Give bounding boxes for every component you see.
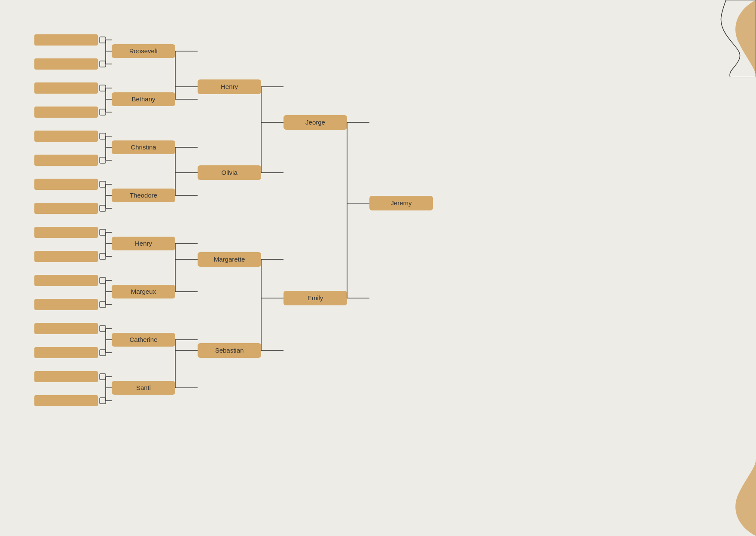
r4-label-emily: Emily bbox=[308, 294, 323, 302]
r5-label-jeremy: Jeremy bbox=[390, 199, 412, 207]
r2-label-santi: Santi bbox=[136, 384, 151, 391]
r2-label-theodore: Theodore bbox=[130, 192, 157, 199]
r3-label-sebastian: Sebastian bbox=[215, 347, 244, 354]
r1-box-8 bbox=[34, 203, 98, 214]
r1-box-9 bbox=[34, 227, 98, 238]
r2-label-catherine: Catherine bbox=[129, 336, 157, 343]
r1-check-9[interactable] bbox=[100, 229, 106, 235]
r2-label-bethany: Bethany bbox=[131, 95, 155, 103]
r1-check-12[interactable] bbox=[100, 302, 106, 308]
r4-label-jeorge: Jeorge bbox=[305, 119, 325, 126]
r1-box-14 bbox=[34, 347, 98, 358]
r1-check-15[interactable] bbox=[100, 374, 106, 380]
r1-check-14[interactable] bbox=[100, 350, 106, 356]
r1-box-4 bbox=[34, 107, 98, 118]
r1-check-10[interactable] bbox=[100, 253, 106, 259]
r1-box-1 bbox=[34, 34, 98, 46]
r1-box-10 bbox=[34, 251, 98, 262]
blob-top-right bbox=[662, 0, 756, 77]
r1-check-2[interactable] bbox=[100, 61, 106, 67]
r1-check-13[interactable] bbox=[100, 326, 106, 332]
r1-check-1[interactable] bbox=[100, 37, 106, 43]
r2-label-margeux: Margeux bbox=[131, 288, 156, 295]
r1-check-16[interactable] bbox=[100, 398, 106, 404]
r1-box-12 bbox=[34, 299, 98, 310]
r1-check-11[interactable] bbox=[100, 277, 106, 283]
bracket-svg: Roosevelt Bethany Christina Theodore Hen… bbox=[34, 21, 593, 417]
blob-bottom-right bbox=[670, 459, 756, 536]
r2-label-roosevelt: Roosevelt bbox=[129, 47, 159, 55]
r3-label-margarette: Margarette bbox=[214, 256, 245, 263]
r1-box-13 bbox=[34, 323, 98, 334]
r1-check-7[interactable] bbox=[100, 181, 106, 187]
r1-box-6 bbox=[34, 155, 98, 166]
r1-box-2 bbox=[34, 58, 98, 70]
r1-box-11 bbox=[34, 275, 98, 286]
r1-check-8[interactable] bbox=[100, 205, 106, 211]
r2-label-henry2: Henry bbox=[135, 240, 152, 247]
r1-box-16 bbox=[34, 395, 98, 406]
r1-box-5 bbox=[34, 131, 98, 142]
r3-label-henry: Henry bbox=[221, 83, 238, 90]
r1-check-5[interactable] bbox=[100, 133, 106, 139]
r1-box-15 bbox=[34, 371, 98, 382]
r1-check-3[interactable] bbox=[100, 85, 106, 91]
r1-box-3 bbox=[34, 82, 98, 94]
r1-check-6[interactable] bbox=[100, 157, 106, 163]
r3-label-olivia: Olivia bbox=[221, 169, 238, 176]
r1-box-7 bbox=[34, 179, 98, 190]
r1-check-4[interactable] bbox=[100, 109, 106, 115]
r2-label-christina: Christina bbox=[131, 143, 156, 151]
